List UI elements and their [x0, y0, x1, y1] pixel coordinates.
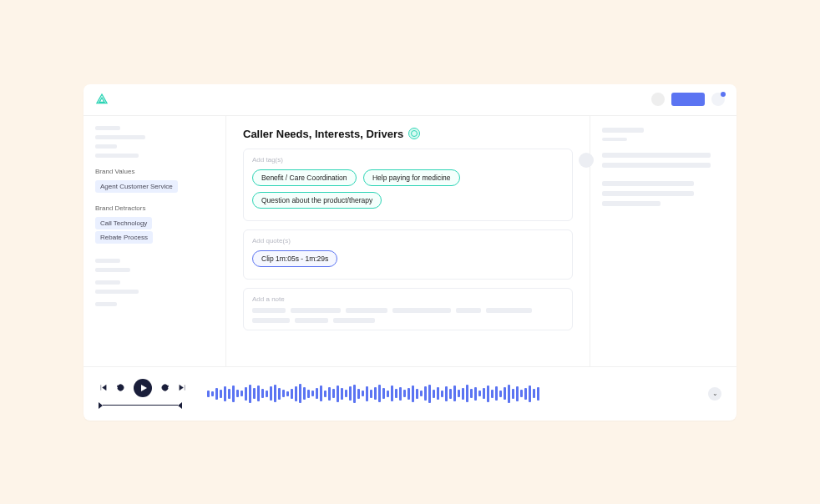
waveform-expand-button[interactable]: ⌄ [708, 387, 721, 401]
waveform-bar [420, 391, 423, 396]
waveform-bar [474, 387, 477, 401]
waveform-bar [324, 391, 326, 397]
note-label: Add a note [252, 295, 564, 303]
waveform-bar [220, 390, 222, 398]
sidebar-section-brand-detractors: Brand Detractors Call Technology Rebate … [95, 204, 214, 244]
waveform-bar [466, 385, 468, 402]
waveform-bar [512, 389, 514, 399]
sidebar-chip[interactable]: Call Technology [95, 217, 152, 229]
waveform-bar [357, 389, 360, 399]
waveform-bar [462, 388, 464, 400]
waveform-bar [403, 390, 406, 397]
waveform-bar [533, 389, 535, 398]
waveform-bar [270, 386, 272, 401]
main-title: Caller Needs, Interests, Drivers [243, 128, 403, 140]
waveform-bar [470, 389, 473, 398]
waveform-bar [445, 386, 448, 401]
sidebar-placeholder-group [95, 126, 214, 158]
player-controls [99, 379, 187, 409]
waveform-bar [395, 389, 397, 398]
waveform-bar [416, 389, 418, 399]
waveform-bar [499, 391, 502, 397]
target-icon [408, 128, 420, 139]
primary-action-button[interactable] [671, 93, 705, 106]
waveform-bar [382, 388, 385, 399]
waveform-bar [316, 388, 318, 399]
waveform-bar [378, 385, 381, 402]
waveform-bar [240, 391, 243, 396]
waveform-bar [433, 390, 435, 398]
waveform-bar [353, 385, 356, 403]
waveform-bar [282, 390, 285, 397]
logo-icon [95, 93, 109, 106]
waveform-bar [224, 386, 226, 401]
waveform-bar [236, 390, 239, 397]
confirm-tags-button[interactable] [579, 153, 594, 168]
sidebar-section-brand-values: Brand Values Agent Customer Service [95, 168, 214, 193]
left-sidebar: Brand Values Agent Customer Service Bran… [84, 116, 225, 366]
waveform-bar [303, 387, 306, 400]
waveform-bar [520, 390, 523, 397]
audio-player: ⌄ [84, 366, 736, 421]
waveform-bar [437, 387, 439, 400]
waveform-bar [320, 386, 322, 401]
playback-slider[interactable] [99, 402, 182, 409]
skip-back-icon[interactable] [99, 383, 108, 392]
tag-chip[interactable]: Question about the product/therapy [252, 192, 382, 209]
sidebar-chip[interactable]: Agent Customer Service [95, 180, 178, 193]
waveform-bar [453, 386, 456, 401]
waveform-bar [257, 386, 260, 401]
waveform-bar [516, 386, 519, 401]
notification-bell-icon[interactable] [711, 93, 725, 106]
waveform-bar [487, 386, 489, 402]
right-sidebar [590, 116, 736, 366]
waveform-bar [249, 385, 251, 403]
sidebar-placeholder-group [95, 259, 214, 272]
waveform-bar [495, 386, 498, 401]
waveform-bar [478, 391, 481, 396]
waveform-bar [207, 391, 210, 397]
waveform-bar [412, 386, 414, 402]
sidebar-chip[interactable]: Rebate Process [95, 231, 153, 244]
waveform-bar [362, 391, 364, 396]
waveform-bar [491, 390, 494, 398]
tag-chip[interactable]: Help paying for medicine [363, 169, 460, 186]
waveform-bar [295, 386, 297, 401]
waveform-bar [337, 386, 339, 402]
note-placeholder [252, 308, 564, 323]
waveform-bar [407, 388, 410, 400]
note-card[interactable]: Add a note [243, 288, 573, 330]
skip-forward-icon[interactable] [178, 383, 187, 392]
sidebar-placeholder-group [95, 280, 214, 294]
waveform[interactable] [207, 382, 688, 406]
waveform-bar [328, 387, 331, 401]
waveform-bar [428, 385, 431, 403]
waveform-bar [458, 390, 460, 397]
waveform-bar [370, 390, 372, 398]
quote-chip[interactable]: Clip 1m:05s - 1m:29s [252, 250, 337, 267]
user-avatar-placeholder[interactable] [651, 93, 665, 106]
waveform-bar [232, 386, 235, 402]
waveform-bar [341, 388, 343, 400]
tag-chip[interactable]: Benefit / Care Coordination [252, 169, 357, 186]
waveform-bar [349, 386, 352, 401]
chevron-down-icon: ⌄ [712, 390, 718, 397]
waveform-bar [261, 389, 264, 398]
waveform-bar [529, 386, 531, 402]
waveform-bar [245, 387, 247, 401]
forward-icon[interactable] [160, 383, 170, 392]
waveform-bar [537, 387, 539, 401]
main-panel: Caller Needs, Interests, Drivers Add tag… [225, 116, 590, 366]
waveform-bar [449, 389, 452, 399]
waveform-bar [399, 387, 402, 401]
play-button[interactable] [134, 379, 152, 397]
main-title-row: Caller Needs, Interests, Drivers [243, 128, 573, 140]
waveform-bar [253, 388, 256, 399]
rewind-icon[interactable] [116, 383, 125, 392]
waveform-bar [291, 389, 293, 399]
waveform-bar [483, 388, 485, 399]
sidebar-section-title: Brand Values [95, 168, 214, 175]
tags-label: Add tag(s) [252, 156, 564, 164]
sidebar-placeholder-group [95, 302, 214, 306]
waveform-bar [504, 387, 506, 400]
